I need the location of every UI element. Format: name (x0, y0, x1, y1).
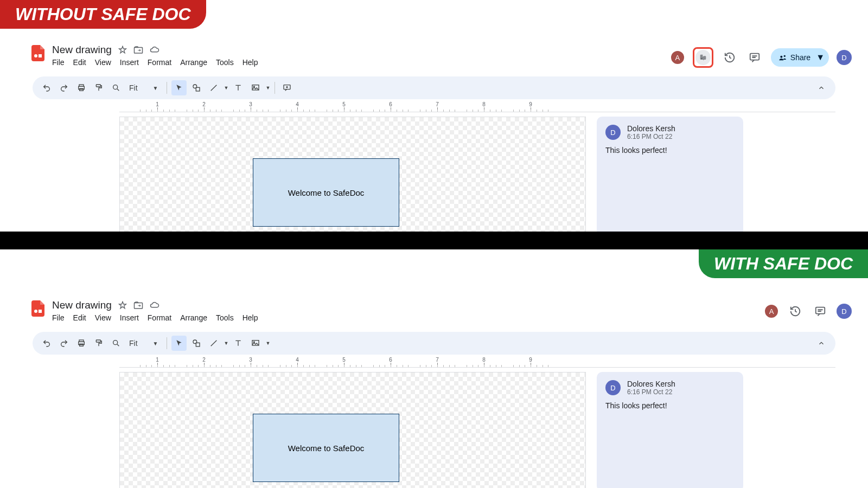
svg-rect-1 (39, 54, 42, 57)
menu-help[interactable]: Help (242, 313, 258, 322)
menu-edit[interactable]: Edit (73, 313, 86, 322)
line-tool[interactable] (206, 80, 221, 95)
comment-author: Dolores Kersh (627, 124, 675, 133)
svg-rect-27 (196, 343, 200, 346)
image-tool[interactable] (248, 336, 263, 351)
insert-comment-button[interactable] (279, 80, 295, 95)
svg-point-25 (113, 341, 118, 345)
drawing-canvas[interactable]: Welcome to SafeDoc (119, 372, 586, 488)
menu-edit[interactable]: Edit (73, 58, 86, 67)
menu-arrange[interactable]: Arrange (180, 58, 207, 67)
chat-button[interactable] (695, 50, 711, 65)
toolbar: Fit ▼ ▼ ▼ (33, 76, 835, 99)
redo-button[interactable] (56, 80, 72, 95)
share-dropdown[interactable]: ▼ (812, 48, 829, 67)
drawings-app-icon[interactable] (31, 300, 44, 317)
section-divider (0, 232, 868, 249)
titlebar: New drawing File Edit View Insert Format… (0, 41, 868, 74)
menu-file[interactable]: File (52, 58, 65, 67)
paint-format-button[interactable] (91, 80, 106, 95)
drawings-app-icon[interactable] (31, 45, 44, 61)
rectangle-shape[interactable]: Welcome to SafeDoc (253, 158, 399, 227)
comment-card[interactable]: D Dolores Kersh 6:16 PM Oct 22 This look… (597, 372, 743, 488)
rectangle-shape[interactable]: Welcome to SafeDoc (253, 414, 399, 482)
cloud-icon[interactable] (150, 301, 159, 310)
star-icon[interactable] (118, 301, 127, 310)
shape-text: Welcome to SafeDoc (288, 444, 365, 453)
line-dropdown[interactable]: ▼ (224, 341, 228, 346)
image-dropdown[interactable]: ▼ (265, 341, 270, 346)
print-button[interactable] (74, 336, 89, 351)
text-tool[interactable] (231, 80, 246, 95)
menu-tools[interactable]: Tools (216, 58, 234, 67)
undo-button[interactable] (39, 336, 54, 351)
line-tool[interactable] (206, 336, 221, 351)
zoom-icon[interactable] (108, 336, 124, 351)
comment-timestamp: 6:16 PM Oct 22 (627, 133, 675, 140)
move-icon[interactable] (133, 301, 143, 310)
paint-format-button[interactable] (91, 336, 106, 351)
menu-arrange[interactable]: Arrange (180, 313, 207, 322)
print-button[interactable] (74, 80, 89, 95)
svg-rect-4 (750, 54, 760, 60)
undo-button[interactable] (39, 80, 54, 95)
move-icon[interactable] (133, 46, 143, 54)
select-tool[interactable] (171, 336, 187, 351)
comments-icon[interactable] (812, 303, 829, 320)
share-button[interactable]: Share (771, 48, 818, 67)
collaborator-avatar[interactable]: A (764, 304, 779, 319)
without-safedoc-badge: WITHOUT SAFE DOC (0, 0, 206, 29)
cloud-icon[interactable] (150, 46, 159, 54)
comment-author: Dolores Kersh (627, 380, 675, 388)
collaborator-avatar[interactable]: A (670, 50, 685, 65)
user-avatar[interactable]: D (837, 50, 852, 65)
menu-format[interactable]: Format (148, 313, 171, 322)
menu-format[interactable]: Format (148, 58, 171, 67)
shape-tool[interactable] (189, 80, 204, 95)
menu-tools[interactable]: Tools (216, 313, 234, 322)
zoom-icon[interactable] (108, 80, 124, 95)
svg-rect-10 (96, 85, 100, 87)
line-dropdown[interactable]: ▼ (224, 85, 228, 91)
menu-file[interactable]: File (52, 313, 65, 322)
menu-help[interactable]: Help (242, 58, 258, 67)
image-tool[interactable] (248, 80, 263, 95)
comments-icon[interactable] (746, 49, 763, 66)
document-title[interactable]: New drawing (52, 44, 112, 56)
collapse-toolbar[interactable] (814, 80, 829, 95)
zoom-dropdown[interactable]: ▼ (143, 85, 163, 91)
menu-insert[interactable]: Insert (120, 313, 139, 322)
menu-view[interactable]: View (95, 58, 111, 67)
svg-point-0 (34, 54, 37, 57)
zoom-level[interactable]: Fit (126, 339, 141, 348)
zoom-level[interactable]: Fit (126, 84, 141, 92)
document-title[interactable]: New drawing (52, 299, 112, 311)
svg-point-6 (783, 55, 785, 57)
menubar: File Edit View Insert Format Arrange Too… (52, 58, 258, 67)
collapse-toolbar[interactable] (814, 336, 829, 351)
app-panel-without-safedoc: New drawing File Edit View Insert Format… (0, 41, 868, 232)
select-tool[interactable] (171, 80, 187, 95)
text-tool[interactable] (231, 336, 246, 351)
chat-button-highlighted (693, 47, 713, 68)
svg-point-3 (701, 58, 703, 60)
comment-card[interactable]: D Dolores Kersh 6:16 PM Oct 22 This look… (597, 117, 743, 236)
svg-point-11 (113, 85, 118, 89)
menubar: File Edit View Insert Format Arrange Too… (52, 313, 258, 322)
image-dropdown[interactable]: ▼ (265, 85, 270, 91)
menu-view[interactable]: View (95, 313, 111, 322)
svg-point-5 (780, 56, 782, 58)
shape-tool[interactable] (189, 336, 204, 351)
drawing-canvas[interactable]: Welcome to SafeDoc (119, 117, 586, 236)
zoom-dropdown[interactable]: ▼ (143, 341, 163, 346)
history-icon[interactable] (787, 303, 804, 320)
comment-timestamp: 6:16 PM Oct 22 (627, 388, 675, 396)
star-icon[interactable] (118, 46, 127, 54)
svg-rect-20 (816, 307, 825, 314)
history-icon[interactable] (721, 49, 738, 66)
redo-button[interactable] (56, 336, 72, 351)
shape-text: Welcome to SafeDoc (288, 188, 365, 197)
menu-insert[interactable]: Insert (120, 58, 139, 67)
user-avatar[interactable]: D (837, 304, 852, 319)
comment-body: This looks perfect! (605, 401, 735, 410)
